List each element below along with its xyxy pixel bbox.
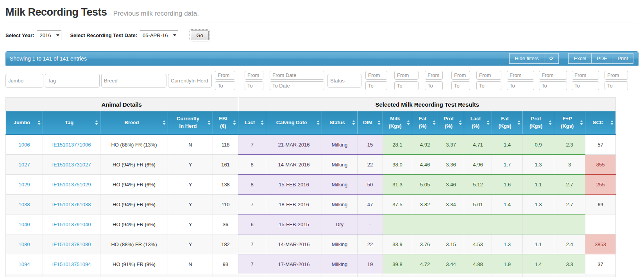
filter-prot-kgs-from-input[interactable] <box>539 71 567 80</box>
filter-milk-kgs-to-input[interactable] <box>394 81 419 90</box>
cell-prot_pct <box>438 274 464 277</box>
recording-test-date-select[interactable]: 05-APR-16 <box>140 30 178 40</box>
col-header-prot_pct[interactable]: Prot(%) <box>438 111 464 135</box>
group-header-test-results: Selected Milk Recording Test Results <box>238 98 616 111</box>
cell-tag: IE151013751029 <box>43 175 100 195</box>
cell-ebi: 110 <box>213 195 238 214</box>
filter-lact-pct-from-input[interactable] <box>476 71 501 80</box>
filter-tag <box>45 74 100 88</box>
cell-jumbo: 1029 <box>6 175 43 195</box>
filter-calving-date-to-input[interactable] <box>270 81 324 90</box>
cell-scc: 3853 <box>585 234 616 254</box>
col-header-status[interactable]: Status <box>322 111 358 135</box>
sort-arrows-icon <box>549 120 552 125</box>
filter-dim-from-input[interactable] <box>365 71 387 80</box>
col-header-label: CurrentlyIn Herd <box>168 115 213 130</box>
filter-prot-kgs-to-input[interactable] <box>539 81 567 90</box>
filter-currently-in-herd-input[interactable] <box>168 74 212 88</box>
hide-filters-button[interactable]: Hide filters <box>509 53 544 64</box>
cell-milk <box>383 214 412 234</box>
cell-fp_kgs: 3 <box>554 155 585 175</box>
go-button[interactable]: Go <box>191 30 208 40</box>
tag-link[interactable]: IE151013751094 <box>52 261 91 267</box>
filter-breed-input[interactable] <box>101 74 166 88</box>
jumbo-link[interactable]: 1094 <box>19 261 30 267</box>
filter-fat-kgs-from-input[interactable] <box>507 71 534 80</box>
filter-scc-from-input[interactable] <box>605 71 628 80</box>
filter-ebi-to-input[interactable] <box>215 81 235 90</box>
group-header-animal-details: Animal Details <box>6 98 238 111</box>
filter-lact-from-input[interactable] <box>245 71 263 80</box>
col-header-fat_pct[interactable]: Fat(%) <box>412 111 438 135</box>
col-header-dim[interactable]: DIM <box>358 111 383 135</box>
filter-status-input[interactable] <box>327 74 361 88</box>
cell-lact_pct: 4.71 <box>464 135 492 155</box>
print-button[interactable]: Print <box>612 53 633 64</box>
filter-dim-to-input[interactable] <box>365 81 387 90</box>
cell-prot_kgs: 1.1 <box>523 175 554 195</box>
col-header-jumbo[interactable]: Jumbo <box>6 111 43 135</box>
table-row: 1038IE151013761038HO (94%) FR (6%)Y11071… <box>6 195 616 214</box>
filter-lact-pct-to-input[interactable] <box>476 81 501 90</box>
year-select[interactable]: 2016 <box>37 30 61 40</box>
cell-scc: 37 <box>585 254 616 274</box>
jumbo-link[interactable]: 1040 <box>19 222 30 227</box>
page-header: Milk Recording Tests – Previous milk rec… <box>5 6 639 18</box>
filter-ebi-from-input[interactable] <box>215 71 235 80</box>
cell-status: Milking <box>322 155 358 175</box>
col-header-tag[interactable]: Tag <box>43 111 100 135</box>
cell-in_herd: N <box>168 254 213 274</box>
col-header-lact_pct[interactable]: Lact(%) <box>464 111 492 135</box>
tag-link[interactable]: IE151013771006 <box>52 142 91 148</box>
col-header-fp_kgs[interactable]: F+P(Kgs) <box>554 111 585 135</box>
col-header-calving_date[interactable]: Calving Date <box>266 111 322 135</box>
jumbo-link[interactable]: 1038 <box>19 202 30 207</box>
cell-status: Milking <box>322 254 358 274</box>
pdf-button[interactable]: PDF <box>592 53 612 64</box>
tag-link[interactable]: IE151013761038 <box>52 202 91 207</box>
cell-prot_pct: 3.46 <box>438 175 464 195</box>
tag-link[interactable]: IE151013751029 <box>52 182 91 188</box>
cell-fat_pct: 4.72 <box>412 254 438 274</box>
jumbo-link[interactable]: 1027 <box>19 162 30 168</box>
filter-calving-date <box>270 71 324 90</box>
col-header-ebi[interactable]: EBI(€) <box>213 111 238 135</box>
filter-fat-kgs-to-input[interactable] <box>507 81 534 90</box>
tag-link[interactable]: IE151013791040 <box>52 222 91 227</box>
filter-prot-pct-to-input[interactable] <box>451 81 470 90</box>
filter-fat-pct-from-input[interactable] <box>425 71 443 80</box>
filter-jumbo-input[interactable] <box>5 74 43 88</box>
cell-calving_date: 18-FEB-2016 <box>266 195 322 214</box>
col-header-prot_kgs[interactable]: Prot(Kgs) <box>523 111 554 135</box>
filter-prot-pct-from-input[interactable] <box>451 71 470 80</box>
col-header-in_herd[interactable]: CurrentlyIn Herd <box>168 111 213 135</box>
cell-dim: 50 <box>358 175 383 195</box>
tag-link[interactable]: IE151013781080 <box>52 241 91 247</box>
cell-milk: 33.9 <box>383 234 412 254</box>
filter-fat-pct-to-input[interactable] <box>425 81 443 90</box>
cell-milk: 39.8 <box>383 254 412 274</box>
col-header-lact[interactable]: Lact <box>238 111 266 135</box>
filter-calving-date-from-input[interactable] <box>270 71 324 80</box>
cell-fat_pct <box>412 214 438 234</box>
cell-breed: HO (94%) FR (6%) <box>100 195 168 214</box>
cell-breed: HO (88%) FR (13%) <box>100 234 168 254</box>
col-header-milk[interactable]: Milk(Kgs) <box>383 111 412 135</box>
filter-tag-input[interactable] <box>45 74 100 88</box>
filter-fp-kgs-from-input[interactable] <box>572 71 599 80</box>
tag-link[interactable]: IE151013731027 <box>52 162 91 168</box>
cell-tag: IE151013731027 <box>43 155 100 175</box>
filter-scc-to-input[interactable] <box>605 81 628 90</box>
filter-milk-kgs-from-input[interactable] <box>394 71 419 80</box>
cell-lact: 8 <box>238 175 266 195</box>
excel-button[interactable]: Excel <box>568 53 592 64</box>
jumbo-link[interactable]: 1006 <box>19 142 30 148</box>
refresh-button[interactable]: ⟳ <box>544 53 559 64</box>
jumbo-link[interactable]: 1029 <box>19 182 30 188</box>
filter-fp-kgs-to-input[interactable] <box>572 81 599 90</box>
jumbo-link[interactable]: 1080 <box>19 241 30 247</box>
col-header-breed[interactable]: Breed <box>100 111 168 135</box>
col-header-fat_kgs[interactable]: Fat(Kgs) <box>492 111 523 135</box>
filter-lact-to-input[interactable] <box>245 81 263 90</box>
col-header-scc[interactable]: SCC <box>585 111 616 135</box>
